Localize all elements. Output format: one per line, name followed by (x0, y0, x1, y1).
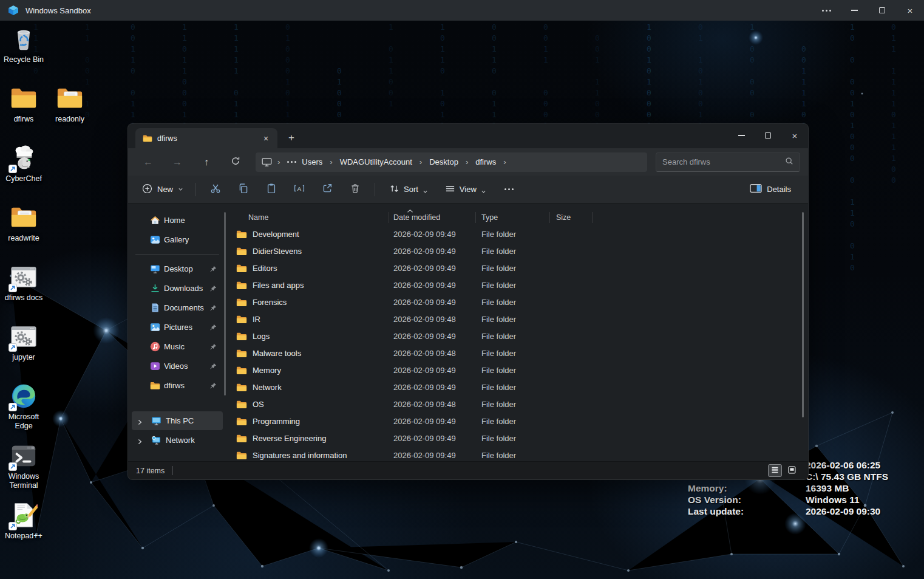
chevron-right-icon[interactable] (137, 437, 143, 444)
breadcrumb-wdagutilityaccount[interactable]: WDAGUtilityAccount (338, 156, 415, 168)
desktop-icon-dfirws-docs[interactable]: dfirws docs (1, 262, 47, 303)
file-row-forensics[interactable]: Forensics 2026-02-09 09:49 File folder (226, 293, 808, 310)
column-header-date-modified[interactable]: Date modified (389, 212, 476, 223)
file-list-scrollbar[interactable] (802, 212, 804, 417)
sidebar-item-documents[interactable]: Documents (132, 298, 223, 317)
back-button[interactable]: ← (138, 152, 158, 172)
up-button[interactable]: ↑ (196, 152, 217, 172)
explorer-maximize-button[interactable] (755, 124, 781, 147)
column-header-type[interactable]: Type (476, 212, 550, 223)
sidebar-item-music[interactable]: Music (132, 337, 223, 356)
minimize-icon (851, 10, 858, 10)
sidebar-item-dfirws[interactable]: dfirws (132, 376, 223, 395)
sidebar-item-this-pc[interactable]: This PC (132, 411, 223, 430)
breadcrumb-desktop[interactable]: Desktop (427, 156, 461, 168)
maximize-icon (879, 7, 885, 13)
folder-icon (236, 332, 247, 341)
sidebar-item-label: Videos (164, 361, 188, 371)
up-icon: ↑ (204, 157, 209, 168)
refresh-icon (231, 156, 240, 168)
explorer-tab-dfirws[interactable]: dfirws × (135, 128, 277, 148)
desktop-icon-readwrite[interactable]: readwrite (1, 203, 47, 243)
file-row-os[interactable]: OS 2026-02-09 09:48 File folder (226, 396, 808, 413)
file-row-memory[interactable]: Memory 2026-02-09 09:49 File folder (226, 361, 808, 379)
breadcrumb-ellipsis-button[interactable] (285, 161, 299, 163)
share-button[interactable] (314, 179, 340, 200)
desktop-icon-recycle-bin[interactable]: Recycle Bin (1, 24, 47, 64)
sidebar-item-desktop[interactable]: Desktop (132, 259, 223, 278)
folder-icon (236, 417, 247, 426)
file-row-reverse-engineering[interactable]: Reverse Engineering 2026-02-09 09:49 Fil… (226, 430, 808, 447)
sidebar-item-gallery[interactable]: Gallery (132, 230, 223, 249)
file-name: Development (253, 230, 299, 239)
paste-button[interactable] (259, 179, 284, 200)
sandbox-minimize-button[interactable] (840, 0, 868, 21)
breadcrumb-dfirws[interactable]: dfirws (473, 156, 498, 168)
view-button[interactable]: View (439, 179, 492, 200)
file-row-programming[interactable]: Programming 2026-02-09 09:49 File folder (226, 413, 808, 430)
rename-button[interactable]: A (287, 179, 312, 200)
breadcrumb[interactable]: › Users › WDAGUtilityAccount › Desktop ›… (256, 152, 647, 172)
sidebar-item-home[interactable]: Home (132, 211, 223, 230)
shortcut-arrow-icon (8, 462, 17, 471)
tab-close-icon[interactable]: × (259, 132, 273, 145)
file-name: Network (253, 383, 282, 392)
file-row-logs[interactable]: Logs 2026-02-09 09:49 File folder (226, 327, 808, 344)
file-row-ir[interactable]: IR 2026-02-09 09:48 File folder (226, 310, 808, 327)
chevron-right-icon[interactable] (137, 418, 143, 424)
file-row-editors[interactable]: Editors 2026-02-09 09:49 File folder (226, 259, 808, 276)
explorer-close-button[interactable]: × (781, 124, 808, 147)
file-row-didierstevens[interactable]: DidierStevens 2026-02-09 09:49 File fold… (226, 242, 808, 259)
copy-button[interactable] (231, 179, 256, 200)
sidebar-item-videos[interactable]: Videos (132, 357, 223, 375)
column-header-name[interactable]: Name (226, 212, 389, 223)
cut-icon (210, 183, 221, 196)
desktop-icon-notepad-[interactable]: Notepad++ (1, 501, 47, 541)
file-type: File folder (476, 383, 550, 392)
search-input[interactable] (662, 157, 785, 166)
desktop-icon-windows-terminal[interactable]: Windows Terminal (1, 441, 47, 490)
details-view-toggle-button[interactable] (768, 464, 782, 477)
details-pane-button[interactable]: Details (744, 179, 797, 199)
breadcrumb-users[interactable]: Users (299, 156, 325, 168)
explorer-minimize-button[interactable] (728, 124, 755, 147)
column-header-size[interactable]: Size (550, 212, 593, 223)
sandbox-close-button[interactable]: × (896, 0, 924, 21)
new-button[interactable]: New (135, 179, 190, 200)
file-row-malware-tools[interactable]: Malware tools 2026-02-09 09:48 File fold… (226, 344, 808, 361)
sidebar-item-downloads[interactable]: Downloads (132, 279, 223, 298)
new-tab-button[interactable]: + (282, 129, 301, 147)
sandbox-maximize-button[interactable] (868, 0, 896, 21)
desktop-icon-microsoft-edge[interactable]: Microsoft Edge (1, 382, 47, 431)
file-row-files-and-apps[interactable]: Files and apps 2026-02-09 09:49 File fol… (226, 276, 808, 293)
folder-icon (236, 281, 247, 290)
desktop-icon-cyberchef[interactable]: CyberChef (1, 143, 47, 183)
file-name: Programming (253, 417, 300, 426)
content-view-toggle-button[interactable] (785, 464, 799, 477)
desktop-icon-dfirws[interactable]: dfirws (1, 84, 47, 124)
sidebar-scrollbar[interactable] (224, 212, 226, 396)
toolbar-more-button[interactable] (498, 179, 520, 200)
delete-button[interactable] (342, 179, 368, 200)
this-pc-monitor-icon[interactable] (260, 157, 273, 166)
pin-icon (209, 266, 217, 273)
desktop-icon-jupyter[interactable]: jupyter (1, 322, 47, 362)
refresh-button[interactable] (225, 152, 246, 172)
file-row-development[interactable]: Development 2026-02-09 09:49 File folder (226, 225, 808, 242)
file-row-signatures-and-information[interactable]: Signatures and information 2026-02-09 09… (226, 447, 808, 461)
cut-button[interactable] (203, 179, 228, 200)
file-row-network[interactable]: Network 2026-02-09 09:49 File folder (226, 379, 808, 396)
file-list: Development 2026-02-09 09:49 File folder… (226, 225, 808, 461)
desktop-icon-readonly[interactable]: readonly (47, 84, 93, 124)
sidebar-item-network[interactable]: Network (132, 431, 223, 450)
sidebar-item-pictures[interactable]: Pictures (132, 318, 223, 337)
paste-icon (266, 183, 277, 196)
forward-button[interactable]: → (167, 152, 188, 172)
file-type: File folder (476, 451, 550, 460)
search-box[interactable] (656, 152, 800, 172)
folder-icon (143, 134, 152, 142)
sort-button[interactable]: Sort (383, 179, 434, 200)
breadcrumb-chevron-icon: › (325, 157, 336, 166)
videos-icon (150, 361, 160, 371)
sandbox-more-button[interactable] (812, 0, 840, 21)
